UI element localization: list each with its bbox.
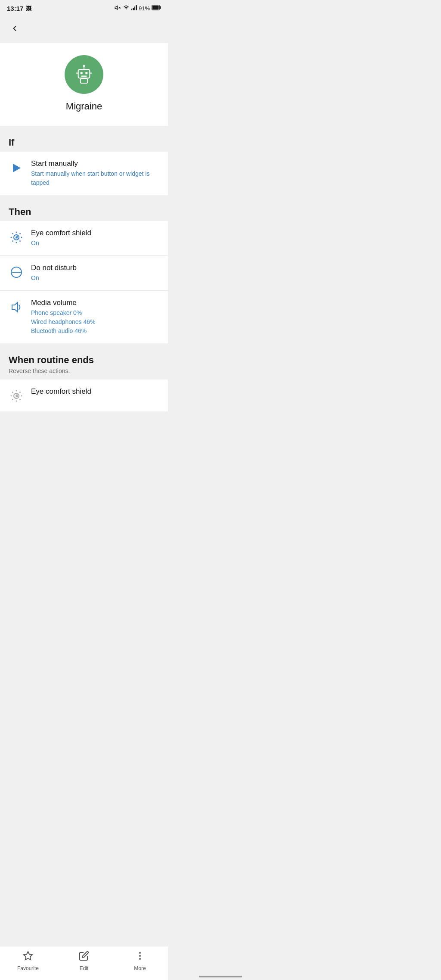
avatar (65, 55, 103, 94)
when-eye-comfort-content: Eye comfort shield (31, 387, 159, 397)
when-section-header: When routine ends Reverse these actions. (0, 347, 168, 380)
dnd-icon (9, 264, 24, 280)
svg-rect-3 (160, 6, 161, 9)
svg-rect-9 (81, 72, 83, 74)
status-bar: 13:17 🖼 91% (0, 0, 168, 16)
gallery-icon: 🖼 (26, 5, 31, 12)
if-label: If (9, 137, 14, 148)
start-manually-item[interactable]: Start manually Start manually when start… (0, 152, 168, 195)
if-card: Start manually Start manually when start… (0, 152, 168, 195)
svg-rect-11 (81, 76, 87, 77)
dnd-content: Do not disturb On (31, 264, 159, 283)
dnd-item[interactable]: Do not disturb On (0, 256, 168, 291)
svg-point-35 (21, 395, 22, 397)
svg-point-39 (19, 399, 21, 400)
start-manually-title: Start manually (31, 159, 159, 168)
volume-line-2: Wired headphones 46% (31, 317, 159, 327)
svg-point-23 (19, 233, 21, 234)
when-brightness-icon: A (9, 388, 24, 404)
when-eye-comfort-item[interactable]: A Eye comfort shield (0, 380, 168, 411)
svg-point-20 (11, 237, 12, 238)
when-subtitle: Reverse these actions. (9, 367, 159, 374)
time-display: 13:17 (7, 5, 23, 12)
status-time: 13:17 🖼 (7, 5, 31, 12)
svg-rect-10 (85, 72, 87, 74)
dnd-title: Do not disturb (31, 264, 159, 272)
play-icon (9, 160, 24, 176)
svg-rect-4 (152, 6, 159, 10)
then-section-header: Then (0, 199, 168, 221)
signal-icon (131, 5, 137, 12)
back-button[interactable] (7, 21, 22, 36)
then-card: A Eye comfort shield On Do not disturb O… (0, 221, 168, 343)
svg-rect-14 (81, 79, 88, 83)
volume-line-3: Bluetooth audio 46% (31, 327, 159, 336)
svg-point-24 (12, 240, 13, 242)
svg-point-36 (12, 392, 13, 393)
when-title: When routine ends (9, 355, 159, 366)
when-eye-comfort-title: Eye comfort shield (31, 387, 159, 396)
when-ends-card: A Eye comfort shield (0, 380, 168, 411)
svg-point-25 (19, 240, 21, 242)
mute-icon (114, 5, 121, 12)
dnd-subtitle: On (31, 274, 159, 283)
media-volume-subtitle: Phone speaker 0% Wired headphones 46% Bl… (31, 308, 159, 336)
brightness-icon: A (9, 230, 24, 245)
svg-point-33 (16, 401, 17, 402)
start-manually-content: Start manually Start manually when start… (31, 159, 159, 187)
battery-label: 91% (139, 5, 150, 12)
svg-text:A: A (16, 235, 19, 240)
svg-point-34 (11, 395, 12, 397)
if-section-header: If (0, 129, 168, 152)
status-icons: 91% (114, 5, 161, 12)
svg-text:A: A (16, 394, 19, 398)
profile-name: Migraine (66, 101, 102, 112)
svg-point-37 (19, 392, 21, 393)
eye-comfort-title: Eye comfort shield (31, 229, 159, 237)
svg-rect-7 (78, 69, 90, 78)
profile-card: Migraine (0, 43, 168, 126)
svg-point-18 (16, 232, 17, 233)
eye-comfort-subtitle: On (31, 239, 159, 248)
svg-point-38 (12, 399, 13, 400)
battery-icon (152, 5, 161, 12)
then-label: Then (9, 206, 31, 217)
media-volume-item[interactable]: Media volume Phone speaker 0% Wired head… (0, 291, 168, 343)
media-volume-content: Media volume Phone speaker 0% Wired head… (31, 299, 159, 336)
eye-comfort-item[interactable]: A Eye comfort shield On (0, 221, 168, 256)
svg-marker-29 (12, 302, 18, 312)
svg-point-19 (16, 242, 17, 243)
svg-point-21 (21, 237, 22, 238)
svg-point-32 (16, 390, 17, 392)
start-manually-subtitle: Start manually when start button or widg… (31, 169, 159, 187)
media-volume-title: Media volume (31, 299, 159, 307)
volume-line-1: Phone speaker 0% (31, 308, 159, 317)
wifi-icon (123, 5, 130, 12)
volume-icon (9, 299, 24, 315)
svg-marker-15 (13, 164, 21, 172)
svg-point-6 (83, 65, 85, 67)
svg-point-22 (12, 233, 13, 234)
back-area (0, 16, 168, 43)
eye-comfort-content: Eye comfort shield On (31, 229, 159, 248)
